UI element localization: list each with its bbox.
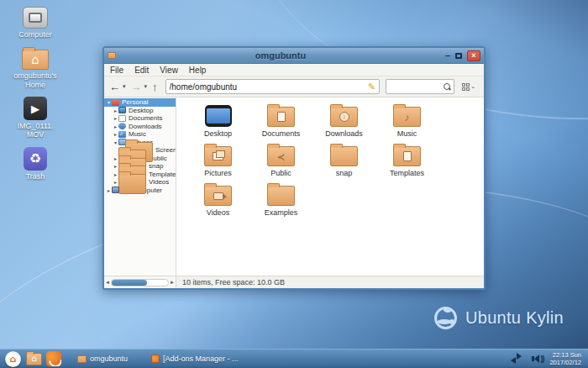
file-manager-window: omgubuntu – × File Edit View Help ← ▾ → …: [102, 46, 486, 290]
desktop-icon-computer[interactable]: Computer: [12, 7, 59, 39]
search-box[interactable]: [386, 79, 454, 94]
documents-folder-icon: [267, 107, 295, 127]
window-app-icon: [108, 52, 116, 59]
file-item-examples[interactable]: Examples: [249, 181, 312, 220]
file-item-downloads[interactable]: Downloads: [312, 102, 375, 141]
download-icon: [118, 123, 126, 129]
expander-icon[interactable]: ▸: [113, 155, 118, 161]
sidebar-tree: ▾ Personal ▸ Desktop ▸ Documents ▸: [104, 97, 176, 276]
expander-icon[interactable]: ▸: [113, 179, 118, 185]
templates-folder-icon: [393, 146, 421, 166]
downloads-folder-icon: [330, 107, 358, 127]
scroll-left-icon[interactable]: ◂: [105, 279, 110, 286]
browser-launcher[interactable]: [46, 351, 61, 366]
menu-help[interactable]: Help: [189, 66, 207, 75]
sidebar-horizontal-scrollbar[interactable]: ◂ ▸: [104, 276, 176, 288]
clock-time: 22:13 Sun: [553, 351, 581, 359]
path-bar[interactable]: ✎: [165, 79, 381, 94]
maximize-button[interactable]: [455, 53, 462, 59]
file-item-public[interactable]: Public: [249, 141, 312, 181]
expander-icon[interactable]: ▾: [106, 99, 112, 105]
menu-file[interactable]: File: [110, 66, 123, 75]
menu-view[interactable]: View: [160, 66, 178, 75]
view-mode-button[interactable]: ⌄: [459, 83, 480, 91]
search-input[interactable]: [389, 82, 444, 92]
expander-icon[interactable]: ▸: [113, 124, 118, 129]
examples-folder-icon: [267, 186, 295, 206]
minimize-button[interactable]: –: [445, 52, 450, 59]
expander-icon[interactable]: ▾: [113, 139, 118, 145]
desktop-icons: Computer ⌂ omgubuntu's Home ▶ IMG_0111. …: [12, 7, 59, 181]
file-item-videos[interactable]: Videos: [186, 181, 249, 220]
file-list-pane[interactable]: Desktop Documents Downloads Music: [176, 97, 484, 276]
forward-button[interactable]: →: [130, 81, 143, 92]
videos-folder-icon: [204, 186, 232, 206]
taskbar: ⌂ ⌂ omgubuntu [Add-ons Manager - ... )) …: [0, 349, 588, 368]
taskbar-task-file-manager[interactable]: omgubuntu: [72, 351, 139, 367]
scroll-right-icon[interactable]: ▸: [170, 279, 175, 286]
status-text: 10 items, Free space: 10.0 GB: [176, 278, 285, 287]
file-item-snap[interactable]: snap: [312, 141, 375, 181]
clock-date: 2017/02/12: [549, 359, 581, 366]
scrollbar-thumb[interactable]: [112, 280, 147, 286]
volume-icon[interactable]: )): [532, 355, 543, 363]
file-item-templates[interactable]: Templates: [375, 141, 438, 181]
desktop-icon-label: omgubuntu's Home: [12, 71, 59, 89]
firefox-icon: [46, 351, 61, 366]
desktop-icon-label: Computer: [12, 30, 59, 39]
file-item-music[interactable]: Music: [375, 102, 438, 141]
home-folder-icon: ⌂: [22, 50, 49, 70]
person-icon: [112, 99, 119, 106]
window-title: omgubuntu: [116, 50, 445, 60]
search-icon[interactable]: [444, 83, 451, 91]
expander-icon[interactable]: ▸: [113, 171, 118, 177]
toolbar: ← ▾ → ▾ ↑ ✎ ⌄: [104, 76, 484, 97]
path-input[interactable]: [170, 82, 368, 92]
file-item-pictures[interactable]: Pictures: [186, 141, 249, 181]
sidebar-item-videos[interactable]: ▸ Videos: [104, 178, 176, 187]
close-button[interactable]: ×: [467, 50, 480, 61]
forward-history-caret-icon[interactable]: ▾: [144, 83, 148, 90]
desktop-icon-home[interactable]: ⌂ omgubuntu's Home: [12, 46, 59, 89]
sidebar-item-personal[interactable]: ▾ Personal: [104, 98, 176, 107]
sidebar-item-downloads[interactable]: ▸ Downloads: [104, 123, 176, 131]
view-mode-caret-icon: ⌄: [470, 83, 475, 90]
file-item-desktop[interactable]: Desktop: [186, 102, 249, 141]
home-folder-icon: ⌂: [26, 353, 42, 365]
expander-icon[interactable]: ▸: [113, 163, 118, 169]
expander-icon[interactable]: ▸: [113, 115, 118, 121]
scrollbar-track[interactable]: [111, 279, 169, 287]
computer-icon: [23, 7, 48, 29]
menubar: File Edit View Help: [104, 64, 484, 76]
os-branding-text: Ubuntu Kylin: [465, 308, 564, 328]
desktop-icon-video-file[interactable]: ▶ IMG_0111. MOV: [12, 97, 59, 139]
file-manager-launcher[interactable]: ⌂: [26, 353, 42, 365]
expander-icon[interactable]: ▸: [113, 131, 118, 137]
expander-icon[interactable]: ▸: [113, 108, 118, 113]
start-menu-button[interactable]: ⌂: [5, 351, 21, 367]
sidebar-item-documents[interactable]: ▸ Documents: [104, 114, 176, 123]
taskbar-task-addons-manager[interactable]: [Add-ons Manager - ...: [146, 351, 244, 367]
expander-icon[interactable]: ▸: [106, 187, 112, 193]
network-traffic-icon[interactable]: [507, 355, 525, 364]
sidebar-item-desktop[interactable]: ▸ Desktop: [104, 107, 176, 115]
edit-path-icon[interactable]: ✎: [368, 82, 375, 92]
system-tray: )) 22:13 Sun 2017/02/12: [507, 351, 583, 366]
music-note-icon: [118, 131, 126, 138]
menu-edit[interactable]: Edit: [134, 66, 149, 75]
back-button[interactable]: ←: [108, 81, 121, 92]
desktop-icon-label: Trash: [12, 172, 59, 181]
firefox-icon: [151, 355, 160, 363]
back-history-caret-icon[interactable]: ▾: [123, 83, 126, 90]
os-branding: Ubuntu Kylin: [434, 307, 564, 329]
sidebar-item-music[interactable]: ▸ Music: [104, 130, 176, 139]
up-button[interactable]: ↑: [151, 81, 159, 92]
clock[interactable]: 22:13 Sun 2017/02/12: [549, 351, 581, 366]
desktop-icon-trash[interactable]: ♻ Trash: [12, 147, 59, 181]
desktop-icon-label: IMG_0111. MOV: [12, 122, 59, 139]
desktop-folder-icon: [205, 105, 232, 127]
document-icon: [118, 115, 126, 122]
desktop-wallpaper: Computer ⌂ omgubuntu's Home ▶ IMG_0111. …: [0, 0, 588, 368]
window-titlebar[interactable]: omgubuntu – ×: [104, 48, 484, 64]
file-item-documents[interactable]: Documents: [249, 102, 312, 141]
